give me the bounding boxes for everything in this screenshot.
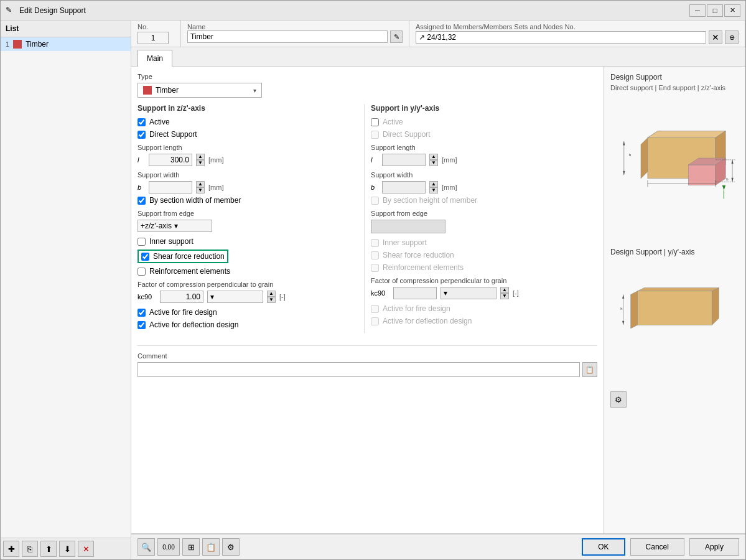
- y-support-width-group: Support width b ▲ ▼ [mm]: [371, 171, 591, 205]
- z-width-up[interactable]: ▲: [196, 181, 205, 187]
- z-shear-force-highlighted: Shear force reduction: [138, 250, 228, 263]
- cancel-button[interactable]: Cancel: [630, 538, 684, 556]
- y-axis-column: Support in y/y'-axis Active Direct Suppo…: [371, 104, 597, 333]
- y-width-up[interactable]: ▲: [429, 181, 438, 187]
- add-button[interactable]: ✚: [3, 541, 19, 557]
- z-length-up[interactable]: ▲: [196, 154, 205, 160]
- z-axis-column: Support in z/z'-axis Active Direct Suppo…: [138, 104, 365, 333]
- y-compression-unit: [-]: [513, 289, 519, 297]
- minimize-button[interactable]: ─: [689, 4, 706, 17]
- tab-main[interactable]: Main: [138, 50, 172, 67]
- comment-btn[interactable]: 📋: [582, 362, 597, 377]
- z-support-width-row: b ▲ ▼ [mm]: [138, 181, 358, 194]
- assign-button-1[interactable]: ✕: [709, 30, 722, 44]
- z-deflection-checkbox[interactable]: [138, 321, 146, 329]
- y-length-up[interactable]: ▲: [429, 154, 438, 160]
- y-shear-force-label: Shear force reduction: [383, 251, 454, 259]
- z-width-down[interactable]: ▼: [196, 187, 205, 194]
- y-length-input[interactable]: [382, 154, 426, 166]
- visual-toolbar: ⚙: [610, 385, 739, 408]
- no-input[interactable]: [138, 32, 169, 44]
- decimal-btn[interactable]: 0,00: [157, 538, 180, 556]
- name-input[interactable]: [187, 30, 388, 43]
- dialog-buttons: OK Cancel Apply: [582, 538, 739, 556]
- z-length-input[interactable]: [149, 154, 192, 166]
- window-icon: ✎: [6, 6, 16, 16]
- y-compression-dropdown[interactable]: ▾: [441, 287, 497, 299]
- y-length-unit: [mm]: [442, 156, 457, 164]
- z-compression-input[interactable]: [160, 291, 203, 303]
- z-width-input[interactable]: [149, 181, 192, 194]
- z-direct-support-checkbox[interactable]: [138, 131, 146, 139]
- copy-button[interactable]: ⎘: [22, 541, 38, 557]
- list-item[interactable]: 1 Timber: [1, 37, 131, 51]
- y-by-section-height-checkbox[interactable]: [371, 197, 379, 205]
- button-row: 🔍 0,00 ⊞ 📋 ⚙ OK Cancel Apply: [131, 534, 745, 559]
- table-btn[interactable]: 📋: [202, 538, 220, 556]
- y-shear-force-checkbox[interactable]: [371, 251, 379, 259]
- name-row: ✎: [187, 30, 403, 43]
- right-area: No. Name ✎ Assigned to Members/Members S…: [131, 21, 745, 559]
- y-deflection-checkbox[interactable]: [371, 317, 379, 325]
- list-item-name: Timber: [26, 40, 49, 49]
- svg-marker-26: [712, 287, 719, 325]
- z-by-section-width-checkbox[interactable]: [138, 197, 146, 205]
- z-compression-dropdown[interactable]: ▾: [207, 291, 263, 303]
- move-down-button[interactable]: ⬇: [59, 541, 75, 557]
- type-arrow: ▾: [253, 87, 256, 94]
- svg-marker-29: [622, 294, 624, 299]
- y-width-input[interactable]: [382, 181, 426, 194]
- maximize-button[interactable]: □: [707, 4, 723, 17]
- y-direct-support-checkbox[interactable]: [371, 131, 379, 139]
- ok-button[interactable]: OK: [582, 538, 625, 556]
- type-dropdown[interactable]: Timber ▾: [138, 83, 262, 98]
- z-edge-dropdown[interactable]: +z/z'-axis ▾: [138, 220, 212, 232]
- svg-rect-5: [688, 165, 716, 185]
- y-reinforcement-checkbox[interactable]: [371, 264, 379, 272]
- grid-btn[interactable]: ⊞: [182, 538, 200, 556]
- delete-button[interactable]: ✕: [78, 541, 94, 557]
- y-compression-up[interactable]: ▲: [500, 287, 509, 293]
- z-inner-support-checkbox[interactable]: [138, 238, 146, 246]
- support-columns: Support in z/z'-axis Active Direct Suppo…: [138, 104, 597, 333]
- visual-settings-btn[interactable]: ⚙: [610, 391, 627, 408]
- edit-name-button[interactable]: ✎: [390, 30, 403, 43]
- y-fire-design-checkbox[interactable]: [371, 305, 379, 313]
- z-length-down[interactable]: ▼: [196, 160, 205, 166]
- left-panel-toolbar: ✚ ⎘ ⬆ ⬇ ✕: [1, 538, 131, 559]
- comment-input[interactable]: [138, 362, 580, 377]
- z-compression-down[interactable]: ▼: [267, 297, 276, 303]
- y-inner-support-row: Inner support: [371, 238, 591, 247]
- z-compression-up[interactable]: ▲: [267, 291, 276, 297]
- y-active-checkbox[interactable]: [371, 118, 379, 126]
- y-compression-input[interactable]: [393, 287, 437, 299]
- move-up-button[interactable]: ⬆: [40, 541, 57, 557]
- y-inner-support-checkbox[interactable]: [371, 239, 379, 247]
- z-compression-row: kc90 ▾ ▲ ▼ [-]: [138, 291, 358, 303]
- z-shear-force-checkbox[interactable]: [141, 253, 149, 261]
- assign-button-2[interactable]: ⊕: [725, 30, 739, 44]
- z-reinforcement-checkbox[interactable]: [138, 268, 146, 276]
- z-axis-diagram: h b: [610, 96, 739, 233]
- y-width-down[interactable]: ▼: [429, 187, 438, 194]
- z-edge-arrow: ▾: [174, 222, 178, 230]
- assigned-input[interactable]: [416, 31, 706, 44]
- search-btn[interactable]: 🔍: [138, 538, 155, 556]
- z-active-checkbox[interactable]: [138, 118, 146, 126]
- z-shear-force-row: Shear force reduction: [138, 250, 358, 263]
- titlebar: ✎ Edit Design Support ─ □ ✕: [1, 1, 745, 21]
- z-width-spinner: ▲ ▼: [196, 181, 205, 194]
- z-support-length-row: l ▲ ▼ [mm]: [138, 154, 358, 166]
- config-btn[interactable]: ⚙: [222, 538, 240, 556]
- apply-button[interactable]: Apply: [689, 538, 739, 556]
- top-header: No. Name ✎ Assigned to Members/Members S…: [131, 21, 745, 47]
- z-fire-design-row: Active for fire design: [138, 308, 358, 317]
- y-length-letter: l: [371, 156, 378, 164]
- y-compression-group: Factor of compression perpendicular to g…: [371, 277, 591, 299]
- comment-label: Comment: [138, 352, 597, 360]
- z-fire-design-checkbox[interactable]: [138, 309, 146, 317]
- y-compression-down[interactable]: ▼: [500, 293, 509, 299]
- close-button[interactable]: ✕: [724, 4, 740, 17]
- y-length-down[interactable]: ▼: [429, 160, 438, 166]
- z-support-length-label: Support length: [138, 144, 358, 151]
